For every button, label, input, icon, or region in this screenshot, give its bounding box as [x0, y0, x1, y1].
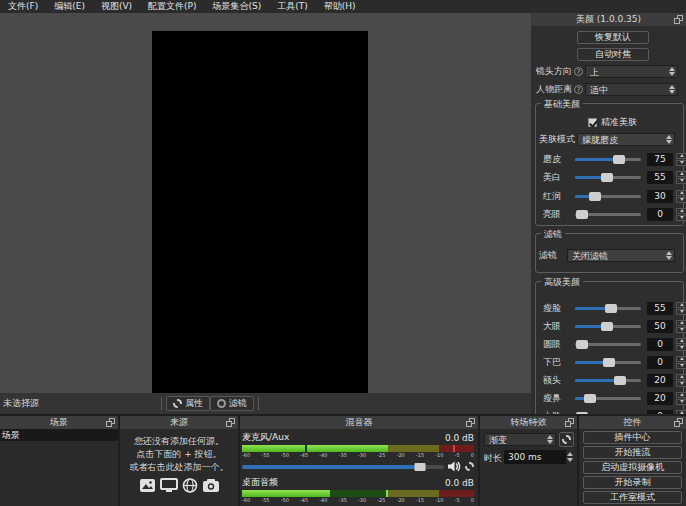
properties-button[interactable]: 属性 [166, 396, 210, 411]
small-face-value[interactable]: 0 [647, 410, 673, 415]
controls-title: 控件 [624, 416, 642, 429]
gear-icon[interactable] [465, 462, 474, 471]
slider-handle[interactable] [613, 155, 625, 164]
whiten-value[interactable]: 55 [647, 171, 673, 184]
sources-dock: 来源 您还没有添加任何源。 点击下面的 + 按钮。 或者右击此处添加一个。 [120, 416, 238, 506]
slider-handle[interactable] [576, 340, 588, 349]
help-icon[interactable]: ? [574, 85, 583, 94]
bright-eyes-value[interactable]: 0 [647, 208, 673, 221]
rosy-slider[interactable] [575, 195, 641, 198]
spinner-arrows-icon[interactable] [666, 135, 672, 144]
round-eyes-value[interactable]: 0 [647, 338, 673, 351]
filter-select[interactable]: 关闭滤镜 [567, 249, 675, 262]
popout-icon[interactable] [466, 418, 475, 427]
value-spinner[interactable] [676, 208, 686, 221]
slider-handle[interactable] [605, 304, 617, 313]
precise-skin-checkbox[interactable]: 精准美肤 [588, 116, 637, 129]
chin-slider[interactable] [575, 361, 641, 364]
scene-list-item[interactable]: 场景 [0, 429, 118, 441]
popout-icon[interactable] [106, 418, 115, 427]
studio-mode-button[interactable]: 工作室模式 [583, 491, 682, 504]
camera-direction-select[interactable]: 上 [585, 65, 678, 78]
popout-icon[interactable] [674, 15, 683, 24]
spinner-arrows-icon[interactable] [669, 67, 675, 76]
spinner-arrows-icon[interactable] [547, 435, 553, 444]
start-streaming-button[interactable]: 开始推流 [583, 446, 682, 459]
plugin-center-button[interactable]: 插件中心 [583, 431, 682, 444]
value-spinner[interactable] [676, 171, 686, 184]
autofocus-button[interactable]: 自动对焦 [577, 48, 649, 61]
mixer-header[interactable]: 混音器 [240, 416, 478, 429]
duration-spinner[interactable] [567, 450, 573, 462]
forehead-slider[interactable] [575, 379, 641, 382]
smooth-skin-value[interactable]: 75 [647, 153, 673, 166]
menu-edit[interactable]: 编辑(E) [46, 0, 93, 13]
big-eyes-slider[interactable] [575, 325, 641, 328]
start-recording-button[interactable]: 开始录制 [583, 476, 682, 489]
value-spinner[interactable] [676, 338, 686, 351]
value-spinner[interactable] [676, 374, 686, 387]
restore-defaults-button[interactable]: 恢复默认 [577, 31, 649, 44]
bright-eyes-slider[interactable] [575, 213, 641, 216]
spinner-arrows-icon[interactable] [669, 85, 675, 94]
value-spinner[interactable] [676, 356, 686, 369]
thin-nose-slider[interactable] [575, 397, 641, 400]
big-eyes-value[interactable]: 50 [647, 320, 673, 333]
start-virtual-camera-button[interactable]: 启动虚拟摄像机 [583, 461, 682, 474]
beauty-panel-header[interactable]: 美颜 (1.0.0.35) [531, 13, 686, 26]
slider-handle[interactable] [614, 376, 626, 385]
value-spinner[interactable] [676, 153, 686, 166]
checkbox-checked-icon[interactable] [588, 118, 597, 127]
no-source-label: 未选择源 [3, 397, 39, 410]
menu-view[interactable]: 视图(V) [93, 0, 140, 13]
help-icon[interactable]: ? [574, 67, 583, 76]
chin-value[interactable]: 0 [647, 356, 673, 369]
thin-face-value[interactable]: 55 [647, 302, 673, 315]
duration-input[interactable]: 300 ms [504, 450, 566, 464]
menu-scene-collection[interactable]: 场景集合(S) [205, 0, 270, 13]
popout-icon[interactable] [226, 418, 235, 427]
video-canvas[interactable] [152, 31, 368, 403]
round-eyes-slider[interactable] [575, 343, 641, 346]
speaker-icon[interactable] [448, 461, 461, 472]
menu-tools[interactable]: 工具(T) [269, 0, 316, 13]
slider-handle[interactable] [601, 173, 613, 182]
smooth-skin-slider[interactable] [575, 158, 641, 161]
forehead-value[interactable]: 20 [647, 374, 673, 387]
slider-handle[interactable] [414, 463, 425, 471]
spinner-arrows-icon[interactable] [666, 251, 672, 260]
scenes-header[interactable]: 场景 [0, 416, 118, 429]
camera-icon [202, 478, 220, 493]
skin-mode-select[interactable]: 朦胧磨皮 [577, 133, 675, 146]
filters-button[interactable]: 滤镜 [210, 396, 254, 411]
transition-select[interactable]: 渐变 [484, 433, 556, 446]
slider-handle[interactable] [576, 210, 588, 219]
sources-header[interactable]: 来源 [120, 416, 238, 429]
slider-handle[interactable] [601, 322, 613, 331]
slider-handle[interactable] [589, 192, 601, 201]
menu-file[interactable]: 文件(F) [0, 0, 46, 13]
transition-settings-button[interactable] [559, 432, 574, 447]
popout-icon[interactable] [674, 418, 683, 427]
slider-handle[interactable] [576, 412, 588, 415]
popout-icon[interactable] [565, 418, 574, 427]
slider-handle[interactable] [584, 394, 596, 403]
whiten-slider[interactable] [575, 176, 641, 179]
chin-label: 下巴 [543, 356, 575, 369]
slider-handle[interactable] [603, 358, 615, 367]
value-spinner[interactable] [676, 410, 686, 415]
menu-help[interactable]: 帮助(H) [316, 0, 364, 13]
value-spinner[interactable] [676, 320, 686, 333]
transitions-header[interactable]: 转场特效 [480, 416, 577, 429]
person-distance-select[interactable]: 适中 [585, 83, 678, 96]
thin-face-slider[interactable] [575, 307, 641, 310]
value-spinner[interactable] [676, 190, 686, 203]
rosy-value[interactable]: 30 [647, 190, 673, 203]
thin-nose-value[interactable]: 20 [647, 392, 673, 405]
mic-volume-slider[interactable] [242, 465, 444, 469]
value-spinner[interactable] [676, 302, 686, 315]
value-spinner[interactable] [676, 392, 686, 405]
controls-header[interactable]: 控件 [579, 416, 686, 429]
filters-button-label: 滤镜 [229, 397, 247, 410]
menu-profile[interactable]: 配置文件(P) [140, 0, 204, 13]
